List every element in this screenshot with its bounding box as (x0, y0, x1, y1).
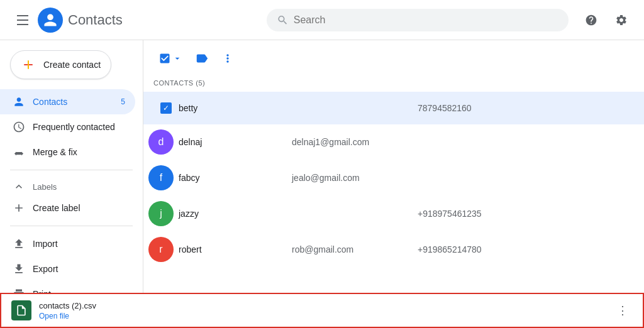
table-row[interactable]: f fabcy jealo@gmail.com (143, 160, 644, 196)
sidebar-item-contacts[interactable]: Contacts 5 (0, 89, 135, 114)
person-icon (13, 96, 25, 108)
more-options-button[interactable] (216, 48, 239, 68)
import-icon (13, 238, 25, 250)
sidebar-item-frequently-contacted[interactable]: Frequently contacted (0, 114, 135, 139)
plus-icon (21, 57, 36, 72)
table-row[interactable]: d delnaj delnaj1@gmail.com (143, 124, 644, 160)
toolbar (143, 40, 644, 77)
csv-file-icon (11, 300, 31, 320)
avatar: f (148, 165, 174, 190)
checkbox-checked: ✓ (160, 102, 172, 114)
download-more-button[interactable]: ⋮ (613, 300, 633, 320)
contact-email: rob@gmail.com (292, 244, 418, 254)
content-area: CONTACTS (5) ✓ betty 78794582160 d delna… (143, 40, 644, 293)
more-vert-icon (221, 52, 234, 65)
table-row[interactable]: r robert rob@gmail.com +919865214780 (143, 232, 644, 268)
checkbox-icon (158, 52, 171, 65)
sidebar: Create contact Contacts 5 Frequently con… (0, 40, 143, 293)
app-title: Contacts (68, 12, 123, 28)
sidebar-item-import[interactable]: Import (0, 231, 135, 256)
contact-checkbox[interactable]: ✓ (153, 102, 179, 114)
sidebar-labels-section[interactable]: Labels (0, 175, 143, 195)
sidebar-divider-1 (10, 170, 133, 170)
open-file-link[interactable]: Open file (39, 312, 96, 320)
table-row[interactable]: j jazzy +918975461235 (143, 196, 644, 232)
download-info: contacts (2).csv Open file (39, 301, 96, 320)
sidebar-item-create-label[interactable]: Create label (0, 195, 135, 221)
contact-phone: +919865214780 (418, 244, 482, 254)
settings-button[interactable] (609, 8, 634, 33)
contacts-badge: 5 (121, 97, 125, 106)
contact-checkbox[interactable]: r (153, 237, 179, 262)
add-icon (13, 202, 25, 214)
contact-name: delnaj (179, 137, 292, 147)
contact-email: jealo@gmail.com (292, 173, 418, 183)
contact-checkbox[interactable]: f (153, 165, 179, 190)
help-icon (585, 14, 597, 26)
search-bar (267, 9, 569, 31)
select-button[interactable] (153, 48, 187, 68)
merge-fix-label: Merge & fix (33, 147, 77, 157)
top-bar: Contacts (0, 0, 644, 40)
clock-icon (13, 121, 25, 133)
sidebar-item-export[interactable]: Export (0, 256, 135, 282)
contacts-list: ✓ betty 78794582160 d delnaj delnaj1@gma… (143, 92, 644, 268)
label-icon (195, 52, 209, 65)
download-bar: contacts (2).csv Open file ⋮ (0, 293, 644, 328)
main-layout: Create contact Contacts 5 Frequently con… (0, 40, 644, 293)
contact-name: betty (179, 103, 292, 113)
export-icon (13, 263, 25, 275)
frequently-contacted-label: Frequently contacted (33, 122, 115, 132)
sidebar-divider-2 (10, 226, 133, 226)
top-actions (579, 8, 634, 33)
avatar: r (148, 237, 174, 262)
contact-email: delnaj1@gmail.com (292, 137, 418, 147)
contact-name: fabcy (179, 173, 292, 183)
sidebar-item-print[interactable]: Print (0, 282, 135, 293)
download-filename: contacts (2).csv (39, 301, 96, 310)
create-contact-button[interactable]: Create contact (10, 50, 111, 79)
avatar: d (148, 129, 174, 155)
contact-checkbox[interactable]: j (153, 201, 179, 226)
contact-name: robert (179, 244, 292, 254)
chevron-down-icon (172, 53, 182, 63)
contacts-count: CONTACTS (5) (143, 77, 644, 92)
sidebar-contacts-label: Contacts (33, 97, 67, 107)
menu-button[interactable] (10, 8, 35, 33)
hamburger-icon (17, 15, 28, 25)
contact-checkbox[interactable]: d (153, 129, 179, 155)
chevron-up-icon (13, 180, 25, 193)
merge-icon (13, 146, 25, 158)
contact-phone: 78794582160 (418, 103, 472, 113)
print-icon (13, 288, 25, 293)
settings-icon (615, 14, 628, 26)
search-icon (277, 14, 289, 26)
app-logo (38, 8, 63, 33)
sidebar-item-merge-fix[interactable]: Merge & fix (0, 139, 135, 165)
label-button[interactable] (190, 48, 214, 69)
table-row[interactable]: ✓ betty 78794582160 (143, 92, 644, 124)
contact-name: jazzy (179, 209, 292, 219)
help-button[interactable] (579, 8, 604, 33)
avatar: j (148, 201, 174, 226)
contact-phone: +918975461235 (418, 209, 482, 219)
search-input[interactable] (294, 14, 558, 26)
